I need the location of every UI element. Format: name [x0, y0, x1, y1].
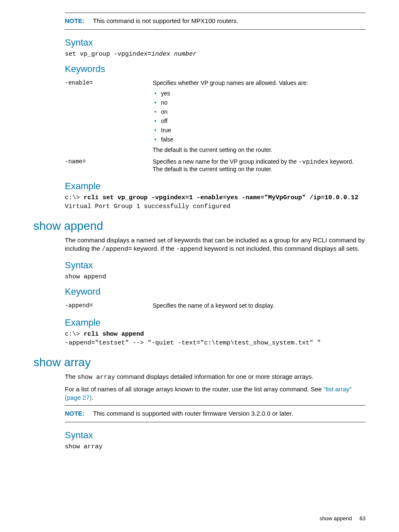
example-out-text: -append="testset" --> "-quiet -text="c:\…	[65, 339, 321, 347]
syntax-heading: Syntax	[65, 37, 366, 48]
keyword-desc-cell: Specifies a new name for the VP group in…	[153, 156, 366, 175]
value-item: true	[161, 126, 361, 135]
desc-part: keyword. If the	[132, 245, 176, 252]
keyword-default: The default is the current setting on th…	[153, 146, 272, 153]
show-array-desc2: For a list of names of all storage array…	[65, 385, 366, 402]
example-output: -append="testset" --> "-quiet -text="c:\…	[65, 339, 366, 347]
show-append-heading: show append	[33, 219, 366, 233]
note-text: This command is not supported for MPX100…	[93, 17, 238, 24]
example-code: c:\> rcli show append	[65, 331, 366, 338]
note-box: NOTE: This command is supported with rou…	[65, 405, 366, 422]
keyword-name: -enable=	[65, 77, 153, 156]
table-row: -enable= Specifies whether VP group name…	[65, 77, 366, 156]
keyword-heading: Keyword	[65, 286, 366, 297]
syntax-code: set vp_group -vpgindex=index number	[65, 51, 366, 58]
example-output: Virtual Port Group 1 successfully config…	[65, 203, 366, 210]
keyword-desc-code: -vpindex	[298, 159, 328, 166]
note-text: This command is supported with router fi…	[93, 410, 293, 417]
syntax-code: show array	[65, 443, 366, 450]
desc-code: /append=	[102, 246, 132, 253]
keyword-desc: Specifies whether VP group names are all…	[153, 80, 308, 86]
value-item: yes	[161, 89, 361, 98]
desc-part: keyword is not included, this command di…	[202, 245, 359, 252]
example-prompt: c:\>	[65, 331, 84, 338]
desc-part: The	[65, 373, 77, 380]
example-heading: Example	[65, 317, 366, 328]
desc-part: command displays detailed information fo…	[115, 373, 313, 380]
keyword-desc: Specifies the name of a keyword set to d…	[153, 300, 366, 311]
note-label: NOTE:	[65, 17, 84, 24]
note-label: NOTE:	[65, 410, 84, 417]
example-code: c:\> rcli set vp_group -vpgindex=1 -enab…	[65, 194, 366, 201]
note-box: NOTE: This command is not supported for …	[65, 13, 366, 30]
syntax-code: show append	[65, 273, 366, 280]
desc-code: -append	[176, 246, 202, 253]
value-item: no	[161, 98, 361, 107]
value-item: off	[161, 116, 361, 126]
page-number: 63	[360, 515, 366, 522]
value-item: on	[161, 107, 361, 116]
syntax-heading: Syntax	[65, 260, 366, 271]
value-list: yes no on off true false	[153, 89, 361, 144]
syntax-arg: index number	[151, 51, 197, 58]
syntax-cmd: show append	[65, 273, 106, 280]
syntax-cmd: show array	[65, 443, 102, 450]
keyword-name: -name=	[65, 156, 153, 175]
desc-code: show array	[77, 374, 115, 381]
example-command: rcli set vp_group -vpgindex=1 -enable=ye…	[84, 194, 358, 201]
table-row: -append= Specifies the name of a keyword…	[65, 300, 366, 311]
syntax-heading: Syntax	[65, 430, 366, 441]
footer-text: show append	[320, 515, 352, 522]
table-row: -name= Specifies a new name for the VP g…	[65, 156, 366, 175]
show-array-desc1: The show array command displays detailed…	[65, 373, 366, 382]
page-footer: show append 63	[320, 515, 366, 522]
desc-part: .	[92, 394, 93, 401]
desc-part: For a list of names of all storage array…	[65, 386, 324, 393]
show-append-desc: The command displays a named set of keyw…	[65, 236, 366, 254]
value-item: false	[161, 135, 361, 144]
syntax-cmd: set vp_group -vpgindex=	[65, 51, 151, 58]
example-prompt: c:\>	[65, 194, 84, 201]
example-heading: Example	[65, 181, 366, 192]
show-array-heading: show array	[33, 356, 366, 369]
keywords-heading: Keywords	[65, 64, 366, 75]
keyword-desc-cell: Specifies whether VP group names are all…	[153, 77, 366, 156]
keyword-table: -append= Specifies the name of a keyword…	[65, 300, 366, 311]
keyword-name: -append=	[65, 300, 153, 311]
example-out-text: Virtual Port Group 1 successfully config…	[65, 203, 230, 210]
keyword-desc-a: Specifies a new name for the VP group in…	[153, 158, 298, 165]
keywords-table: -enable= Specifies whether VP group name…	[65, 77, 366, 175]
example-command: rcli show append	[84, 331, 144, 338]
